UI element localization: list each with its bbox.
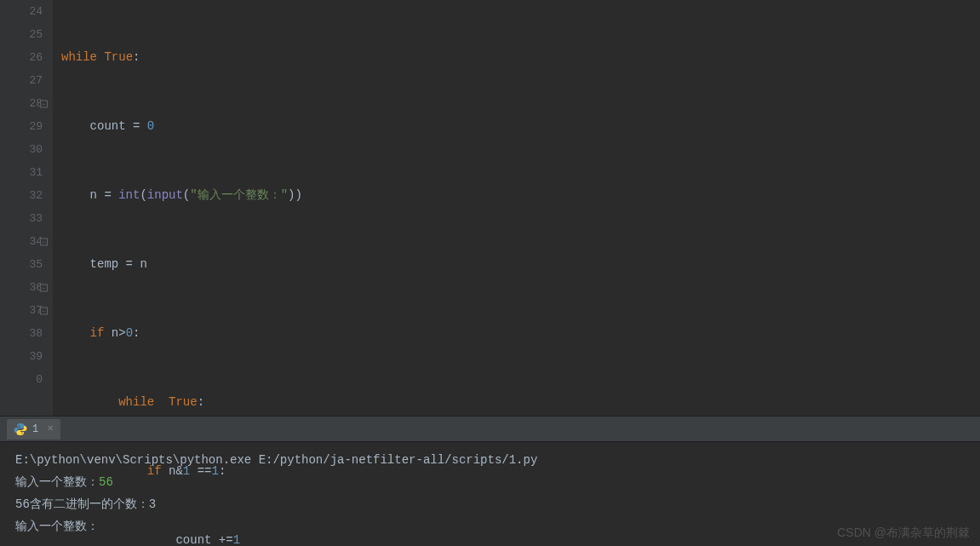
line-number: 33 (0, 207, 43, 230)
fold-icon[interactable]: − (40, 284, 48, 291)
line-number: 30 (0, 138, 43, 161)
line-number: 24 (0, 0, 43, 23)
line-number: 35 (0, 253, 43, 276)
terminal-tab[interactable]: 1 × (7, 419, 60, 440)
line-number: 37− (0, 299, 43, 322)
line-number: 0 (0, 368, 43, 391)
line-number: 36− (0, 276, 43, 299)
watermark: CSDN @布满杂草的荆棘 (837, 526, 970, 541)
line-number: 25 (0, 23, 43, 46)
code-content[interactable]: while True: count = 0 n = int(input("输入一… (53, 0, 980, 416)
line-number: 38 (0, 322, 43, 345)
line-number: 31 (0, 161, 43, 184)
line-number: 29 (0, 115, 43, 138)
line-number: 26 (0, 46, 43, 69)
code-editor[interactable]: 24 25 26 27 28− 29 30 31 32 33 34− 35 36… (0, 0, 980, 416)
line-number-gutter: 24 25 26 27 28− 29 30 31 32 33 34− 35 36… (0, 0, 53, 416)
python-icon (14, 422, 27, 436)
line-number: 39 (0, 345, 43, 368)
fold-icon[interactable]: − (40, 238, 48, 245)
line-number: 28− (0, 92, 43, 115)
line-number: 34− (0, 230, 43, 253)
fold-icon[interactable]: − (40, 307, 48, 314)
terminal-tab-label: 1 (32, 423, 38, 435)
line-number: 32 (0, 184, 43, 207)
close-icon[interactable]: × (47, 422, 54, 435)
line-number: 27 (0, 69, 43, 92)
fold-icon[interactable]: − (40, 100, 48, 107)
